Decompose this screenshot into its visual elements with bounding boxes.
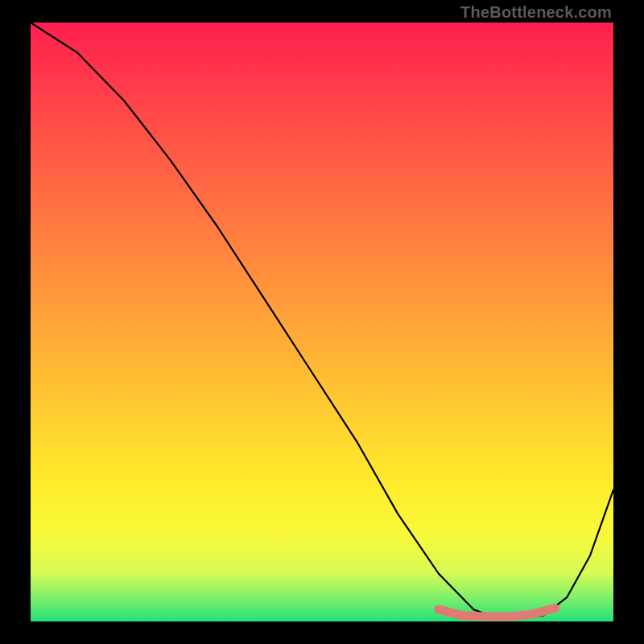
watermark-text: TheBottleneck.com (460, 3, 612, 22)
curve-layer (31, 23, 613, 621)
bottleneck-curve (31, 23, 613, 618)
plot-area (31, 23, 613, 621)
optimal-range-highlight (439, 609, 555, 617)
chart-frame: TheBottleneck.com (0, 0, 644, 644)
